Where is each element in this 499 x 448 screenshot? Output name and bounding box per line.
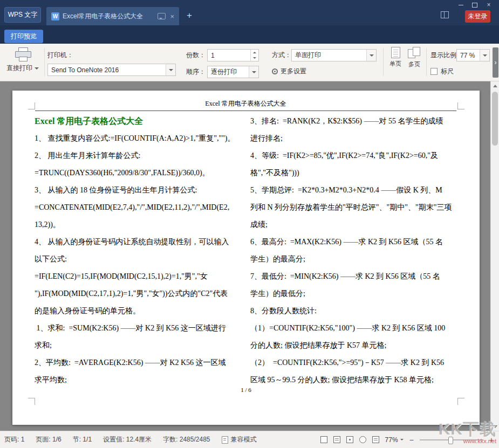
wps-app-button[interactable]: WPS 文字 xyxy=(4,7,41,23)
page-indicator: 1 / 6 xyxy=(12,386,480,394)
ratio-dropdown-arrow[interactable] xyxy=(480,50,489,61)
print-preview-tab[interactable]: 打印预览 xyxy=(4,30,43,43)
spinner-up-icon[interactable] xyxy=(251,50,258,56)
single-page-button[interactable]: 单页 xyxy=(387,47,404,68)
status-item: 字数: 2485/2485 xyxy=(163,435,210,444)
text-line: =IF(LEN(C2)=15,IF(MOD(MID(C2,15,1),2)=1,… xyxy=(35,268,244,285)
copies-input[interactable]: 1 xyxy=(207,49,259,61)
chevron-down-icon xyxy=(400,439,404,440)
page-header: Excel 常用电子表格公式大全 xyxy=(35,99,456,111)
status-item: 节: 1/1 xyxy=(73,435,92,444)
text-line: 学生）的最低分; xyxy=(250,285,462,302)
text-line: 4、等级: =IF(K2>=85,"优",IF(K2>=74,"良",IF(K2… xyxy=(250,147,462,164)
minimize-icon xyxy=(459,5,463,5)
compat-mode-label: 兼容模式 xyxy=(231,435,257,444)
page-view-icon[interactable] xyxy=(333,436,340,443)
close-icon: × xyxy=(487,1,490,9)
order-dropdown-arrow[interactable] xyxy=(249,66,258,78)
zoom-in-button[interactable]: + xyxy=(489,436,494,444)
single-page-icon xyxy=(391,47,400,58)
printer-value: Send To OneNote 2016 xyxy=(51,66,119,74)
printer-dropdown-arrow[interactable] xyxy=(166,64,175,75)
compat-mode-icon xyxy=(222,436,228,444)
multi-page-button[interactable]: 多页 xyxy=(406,47,423,68)
ruler-checkbox[interactable] xyxy=(430,68,438,75)
text-line: 1、 查找重复内容公式:=IF(COUNTIF(A:A,A2)>1,"重复","… xyxy=(35,130,244,147)
single-page-label: 单页 xyxy=(387,60,404,68)
direct-print-button[interactable]: 直接打印 xyxy=(3,46,42,79)
chevron-right-icon: › xyxy=(495,59,497,66)
titlebar: × WPS 文字 W Excel常用电子表格公式大全 × + 未登录 xyxy=(0,0,499,25)
toolbar-separator xyxy=(44,48,45,76)
text-line: 4、 从输入的身份证号码内让系统自动提取性别，可以输入 xyxy=(35,233,244,251)
mode-dropdown-arrow[interactable] xyxy=(366,50,376,61)
text-line: 1、求和: =SUM(K2:K56) ——对 K2 到 K56 这一区域进行 xyxy=(35,320,244,337)
toolbar-separator xyxy=(383,48,384,76)
outline-view-icon[interactable] xyxy=(346,436,353,443)
text-line: 6、最高分: =MAX(K2:K56) ——求 K2 到 K56 区域（55 名 xyxy=(250,233,462,251)
toolbar-separator xyxy=(426,48,427,76)
multi-page-label: 多页 xyxy=(406,60,423,68)
document-canvas: Excel 常用电子表格公式大全 Excel 常用电子表格公式大全 1、 查找重… xyxy=(0,81,490,431)
zoom-slider-thumb[interactable] xyxy=(448,437,453,444)
zoom-percent-button[interactable]: 77% xyxy=(385,436,404,444)
scroll-down-button[interactable] xyxy=(491,422,499,431)
print-toolbar: 直接打印 打印机： Send To OneNote 2016 份数： 1 顺序：… xyxy=(0,44,499,81)
switch-window-icon[interactable] xyxy=(441,11,449,18)
order-select[interactable]: 逐份打印 xyxy=(207,66,259,78)
app-name-label: WPS 文字 xyxy=(8,10,38,19)
minimize-button[interactable] xyxy=(454,1,468,9)
toolbar-expand-button[interactable]: › xyxy=(493,47,498,78)
tab-title: Excel常用电子表格公式大全 xyxy=(63,12,154,21)
ruler-toggle[interactable]: 标尺 xyxy=(430,67,454,76)
copies-spinner[interactable] xyxy=(250,50,258,61)
ribbon-strip: 打印预览 xyxy=(0,25,499,44)
printer-select[interactable]: Send To OneNote 2016 xyxy=(47,64,176,76)
text-line: （1）=COUNTIF(K2:K56,"100") ——求 K2 到 K56 区… xyxy=(250,320,462,337)
text-line: 5、学期总评: =K2*0.3+M2*0.3+N2*0.4 ——假设 K 列、M xyxy=(250,182,462,199)
zoom-out-button[interactable]: − xyxy=(409,436,414,444)
edit-mode-icon[interactable] xyxy=(372,436,379,443)
zoom-slider[interactable] xyxy=(420,436,483,444)
spinner-down-icon[interactable] xyxy=(251,56,258,61)
display-ratio-select[interactable]: 77 % xyxy=(456,49,490,61)
tab-close-icon[interactable]: × xyxy=(170,13,174,20)
more-settings-button[interactable]: 更多设置 xyxy=(272,65,306,78)
right-column: 3、排名: =RANK(K2，K$2:K$56) ——对 55 名学生的成绩进行… xyxy=(250,113,462,389)
text-line: 求和; xyxy=(35,337,244,354)
vertical-scrollbar[interactable] xyxy=(490,81,499,431)
scroll-up-button[interactable] xyxy=(491,81,499,90)
text-line: =TRUNC((DAYS360(H6,"2009/8/30",FALSE))/3… xyxy=(35,164,244,182)
compat-mode-indicator[interactable]: 兼容模式 xyxy=(222,435,257,444)
comment-bubble-icon[interactable] xyxy=(158,13,166,19)
mode-value: 单面打印 xyxy=(295,51,321,60)
text-line: 2、 用出生年月来计算年龄公式: xyxy=(35,147,244,164)
copies-label: 份数： xyxy=(186,49,206,61)
print-preview-label: 打印预览 xyxy=(11,32,37,41)
fullscreen-icon[interactable] xyxy=(320,436,327,443)
text-line: 7、最低分: =MIN(K2:K56) ——求 K2 到 K56 区域（55 名 xyxy=(250,268,462,285)
display-ratio-label: 显示比例 xyxy=(430,49,456,61)
maximize-button[interactable] xyxy=(468,1,482,9)
scrollbar-thumb[interactable] xyxy=(492,92,498,146)
printer-label: 打印机： xyxy=(47,49,73,61)
statusbar: 页码: 1页面: 1/6节: 1/1设置值: 12.4厘米字数: 2485/24… xyxy=(0,431,499,448)
text-line: 8、分数段人数统计: xyxy=(250,302,462,320)
text-line: 3、排名: =RANK(K2，K$2:K$56) ——对 55 名学生的成绩 xyxy=(250,113,462,130)
mode-select[interactable]: 单面打印 xyxy=(291,49,377,61)
login-button[interactable]: 未登录 xyxy=(465,10,490,23)
order-value: 逐份打印 xyxy=(211,67,237,77)
document-tab[interactable]: W Excel常用电子表格公式大全 × xyxy=(46,7,179,25)
close-button[interactable]: × xyxy=(482,1,496,9)
login-label: 未登录 xyxy=(468,12,488,21)
margin-mark xyxy=(457,102,464,109)
document-page[interactable]: Excel 常用电子表格公式大全 Excel 常用电子表格公式大全 1、 查找重… xyxy=(12,91,480,425)
web-view-icon[interactable] xyxy=(359,436,366,443)
chevron-down-icon xyxy=(35,67,39,70)
text-line: 分的人数; 假设把结果存放于 K57 单元格; xyxy=(250,337,462,354)
mode-label: 方式： xyxy=(272,49,291,61)
new-tab-button[interactable]: + xyxy=(187,11,192,20)
text-line: （2） =COUNTIF(K2:K56,">=95")－K57 ——求 K2 到… xyxy=(250,354,462,371)
text-line: 成绩; xyxy=(250,216,462,233)
multi-page-icon xyxy=(408,47,421,59)
